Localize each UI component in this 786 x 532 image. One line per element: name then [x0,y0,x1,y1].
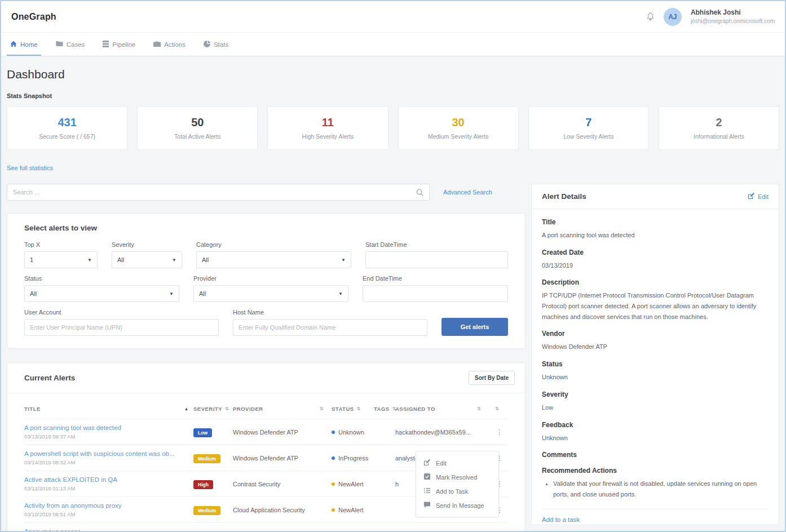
column-header-sort-2[interactable]: ⇅ [495,406,504,411]
column-label: STATUS [332,406,354,412]
detail-label: Vendor [542,330,769,338]
column-header-assigned-to[interactable]: ASSIGNED TO [395,406,477,412]
severity-select[interactable]: All ▼ [112,251,182,268]
chat-bubble-icon [423,501,431,509]
user-email: joshi@onegraph.onmicrosoft.com [691,17,775,25]
column-header-sort-1[interactable]: ⇅ [477,406,495,411]
edit-alert-link[interactable]: Edit [748,192,769,201]
user-account-input[interactable] [24,319,219,336]
sort-icon: ⇅ [225,406,229,411]
field-end-datetime: End DateTime [363,275,508,302]
column-header-title[interactable]: TITLE ▲ [24,406,193,412]
sort-by-date-button[interactable]: Sort By Date [469,371,515,385]
column-header-provider[interactable]: PROVIDER ⇅ [233,406,332,412]
field-top-x: Top X 1 ▼ [24,241,98,268]
status-text: NewAlert [338,481,367,487]
search-input[interactable] [13,189,416,196]
end-datetime-input[interactable] [363,285,508,302]
stat-card-informational: 2 Informational Alerts [659,106,779,150]
user-info[interactable]: Abhishek Joshi joshi@onegraph.onmicrosof… [691,8,775,25]
nav-tab-pipeline[interactable]: Pipeline [101,33,136,56]
nav-tab-stats[interactable]: Stats [202,33,229,56]
detail-label: Title [542,218,769,226]
alert-date: 03/10/2019 08:51 AM [24,511,193,517]
menu-item-add-to-task[interactable]: Add to Task [416,484,498,498]
column-header-tags[interactable]: TAGS ⇅ [374,406,395,412]
title-cell: A port scanning tool was detected 03/13/… [24,424,193,440]
advanced-search-link[interactable]: Advanced Search [443,189,492,196]
select-value: 1 [30,256,33,263]
filter-row-2: Status All ▼ Provider All ▼ [24,275,508,302]
nav-tab-home[interactable]: Home [9,33,39,56]
host-name-input[interactable] [233,319,427,336]
get-alerts-button[interactable]: Get alerts [441,318,508,336]
main-nav: Home Cases Pipeline Actions Stats [1,33,785,56]
nav-tab-cases[interactable]: Cases [55,33,86,56]
status-cell: NewAlert [332,481,374,487]
top-bar-right: AJ Abhishek Joshi joshi@onegraph.onmicro… [646,8,775,26]
chevron-down-icon: ▼ [172,258,176,263]
row-menu-button[interactable]: ⋮ [495,428,504,436]
search-box [7,184,430,201]
add-to-task-link[interactable]: Add to a task [542,516,769,523]
alert-details-header: Alert Details Edit [532,184,779,209]
column-header-status[interactable]: STATUS ⇅ [332,406,374,412]
detail-label: Feedback [542,421,769,429]
row-context-menu: Edit Mark Resolved Add to Task Send In M… [416,451,499,517]
column-label: PROVIDER [233,406,263,412]
search-icon[interactable] [416,189,423,196]
field-user-account: User Account [24,309,219,336]
select-value: All [30,290,37,297]
provider-cell: Cloud Application Security [233,507,332,513]
recommended-actions-label: Recommended Actions [542,467,769,475]
alert-title-link[interactable]: Anonymous access [24,528,193,532]
alert-title-link[interactable]: A port scanning tool was detected [24,424,193,431]
provider-select[interactable]: All ▼ [193,285,348,302]
stat-caption: Total Active Alerts [174,133,220,140]
field-severity: Severity All ▼ [112,241,182,268]
top-bar: OneGraph AJ Abhishek Joshi joshi@onegrap… [1,1,785,33]
sort-ascending-icon: ▲ [184,406,189,411]
recommended-action-item: Validate that your firewall is not disab… [553,478,769,499]
field-provider: Provider All ▼ [193,275,348,302]
filter-row-3: User Account Host Name Get alerts [24,309,508,336]
menu-item-edit[interactable]: Edit [416,456,498,470]
alert-title-link[interactable]: A powershell script with suspicious cont… [24,450,193,457]
pencil-square-icon [423,459,431,467]
menu-item-mark-resolved[interactable]: Mark Resolved [416,470,498,484]
stat-card-total-active: 50 Total Active Alerts [137,106,258,150]
severity-cell: High [193,478,233,489]
status-select[interactable]: All ▼ [24,285,179,302]
top-x-select[interactable]: 1 ▼ [24,251,98,268]
notification-bell-icon[interactable] [646,12,655,21]
chevron-down-icon: ▼ [338,291,343,296]
status-dot [332,508,335,512]
status-dot [332,482,335,486]
see-full-statistics-link[interactable]: See full statistics [7,165,53,171]
divider [542,509,769,509]
user-avatar[interactable]: AJ [664,8,682,26]
field-start-datetime: Start DateTime [365,241,508,268]
column-header-severity[interactable]: SEVERITY ⇅ [193,406,233,412]
stat-caption: Low Severity Alerts [563,133,613,140]
detail-value: Low [542,402,769,413]
title-cell: Active attack EXPLOITED in QA 03/12/2019… [24,476,193,491]
field-status: Status All ▼ [24,275,179,302]
alert-title-link[interactable]: Activity from an anonymous proxy [24,502,193,509]
alert-title-link[interactable]: Active attack EXPLOITED in QA [24,476,193,483]
start-datetime-input[interactable] [365,251,508,268]
field-label: Top X [24,241,98,248]
category-select[interactable]: All ▼ [196,251,351,268]
pencil-square-icon [748,192,755,201]
menu-item-send-in-message[interactable]: Send In Message [416,498,498,512]
sort-icon: ⇅ [320,406,332,411]
nav-tab-actions[interactable]: Actions [152,33,187,56]
table-row: A port scanning tool was detected 03/13/… [24,419,508,445]
folder-icon [56,41,63,48]
detail-value: Unknown [542,372,769,383]
app-logo: OneGraph [11,12,56,22]
field-label: Provider [193,275,348,282]
status-text: InProgress [338,455,372,462]
field-label: Severity [112,241,182,248]
assigned-to-cell: hackathondev@M365x59... [395,429,477,436]
